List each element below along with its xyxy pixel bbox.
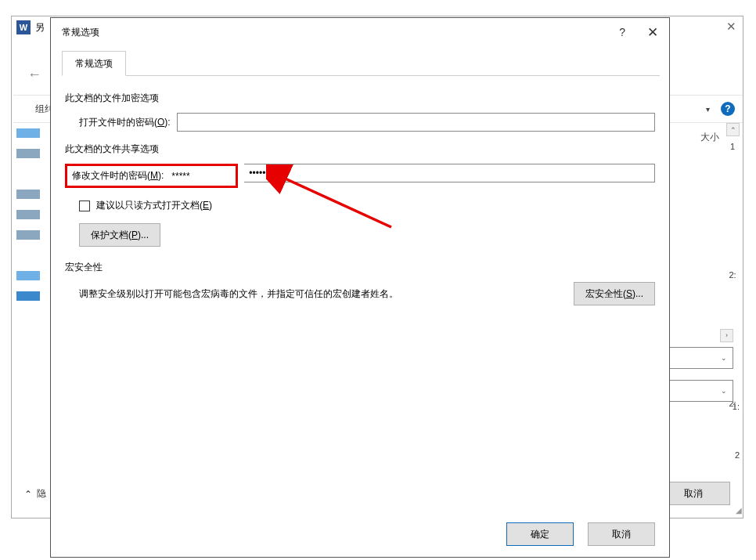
dialog-body: 此文档的文件加密选项 打开文件时的密码(O): 此文档的文件共享选项 修改文件时…	[51, 76, 669, 318]
macro-desc: 调整安全级别以打开可能包含宏病毒的文件，并指定可信任的宏创建者姓名。	[79, 287, 561, 301]
modify-password-row: 修改文件时的密码(M): *****	[65, 164, 655, 188]
chevron-down-icon[interactable]: ▾	[706, 105, 710, 114]
general-options-dialog: 常规选项 ? ✕ 常规选项 此文档的文件加密选项 打开文件时的密码(O): 此文…	[50, 17, 670, 558]
svg-rect-3	[16, 210, 40, 219]
section-sharing: 此文档的文件共享选项	[65, 143, 655, 156]
row-fragment: 1:	[733, 402, 740, 411]
scroll-up-icon[interactable]: ⌃	[726, 123, 740, 136]
chevron-right-icon[interactable]: ›	[720, 329, 733, 342]
word-app-icon: W	[16, 20, 31, 34]
organize-label[interactable]: 组纠	[21, 103, 54, 116]
readonly-label: 建议以只读方式打开文档(E)	[96, 199, 212, 212]
checkbox-icon[interactable]	[79, 201, 90, 211]
modify-password-value-preview: *****	[168, 171, 231, 182]
tab-general[interactable]: 常规选项	[62, 51, 126, 76]
section-macro: 宏安全性	[65, 261, 655, 274]
svg-rect-6	[16, 291, 40, 301]
svg-rect-0	[16, 128, 40, 138]
resize-grip-icon[interactable]: ◢	[731, 506, 742, 517]
ok-button[interactable]: 确定	[506, 522, 574, 546]
close-icon[interactable]: ✕	[647, 24, 658, 41]
readonly-checkbox-row[interactable]: 建议以只读方式打开文档(E)	[79, 199, 655, 212]
dialog-titlebar: 常规选项 ? ✕	[51, 18, 669, 46]
scroll-right[interactable]: ›	[708, 328, 733, 342]
open-password-input[interactable]	[177, 113, 655, 132]
row-fragment: 2	[735, 450, 740, 460]
open-password-row: 打开文件时的密码(O):	[79, 113, 655, 132]
highlight-annotation: 修改文件时的密码(M): *****	[65, 164, 238, 188]
save-as-title: 另	[35, 21, 45, 34]
hide-label: 隐	[37, 487, 46, 500]
protect-document-button[interactable]: 保护文档(P)...	[79, 223, 160, 247]
svg-rect-2	[16, 190, 40, 199]
svg-rect-1	[16, 149, 40, 158]
macro-desc-row: 调整安全级别以打开可能包含宏病毒的文件，并指定可信任的宏创建者姓名。 宏安全性(…	[79, 282, 655, 305]
svg-rect-5	[16, 271, 40, 280]
help-icon[interactable]: ?	[619, 26, 625, 38]
section-encryption: 此文档的文件加密选项	[65, 92, 655, 105]
dialog-title: 常规选项	[62, 26, 99, 39]
chevron-down-icon[interactable]: ⌄	[715, 348, 733, 368]
back-arrow-icon[interactable]: ←	[27, 67, 41, 83]
row-fragment: 1	[724, 142, 741, 151]
modify-password-label: 修改文件时的密码(M):	[72, 169, 164, 182]
modify-password-input[interactable]	[244, 164, 655, 182]
help-icon[interactable]: ?	[721, 102, 735, 116]
column-size[interactable]: 大小	[700, 131, 719, 144]
chevron-up-icon: ⌃	[24, 489, 32, 500]
chevron-down-icon[interactable]: ⌄	[715, 381, 733, 401]
hide-folders[interactable]: ⌃ 隐	[24, 487, 46, 500]
close-icon[interactable]: ✕	[726, 20, 736, 34]
cancel-button[interactable]: 取消	[588, 522, 655, 546]
open-password-label: 打开文件时的密码(O):	[79, 116, 171, 129]
tab-strip: 常规选项	[62, 51, 660, 76]
dialog-footer: 确定 取消	[506, 522, 655, 546]
svg-rect-4	[16, 230, 40, 240]
macro-security-button[interactable]: 宏安全性(S)...	[574, 282, 655, 305]
row-fragment: 2:	[724, 270, 741, 280]
